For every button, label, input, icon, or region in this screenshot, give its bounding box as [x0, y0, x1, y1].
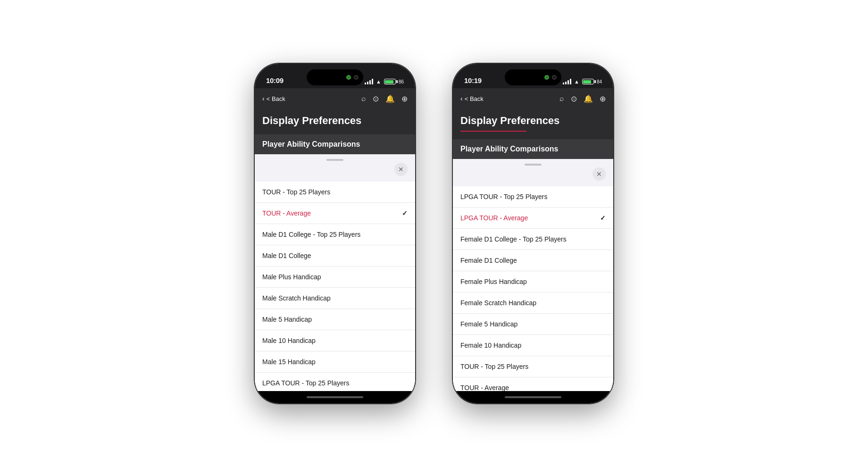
- page-title-2: Display Preferences: [460, 115, 606, 127]
- list-item-p2-9[interactable]: TOUR - Average: [453, 377, 613, 391]
- sensor-dot: [354, 75, 359, 80]
- sheet-list-2: LPGA TOUR - Top 25 PlayersLPGA TOUR - Av…: [453, 186, 613, 391]
- close-button-1[interactable]: ✕: [394, 163, 408, 176]
- list-item-p2-3[interactable]: Female D1 College: [453, 250, 613, 271]
- list-item-1[interactable]: TOUR - Average✓: [255, 203, 415, 224]
- bell-icon-1[interactable]: 🔔: [385, 94, 395, 103]
- list-item-text-9: LPGA TOUR - Top 25 Players: [262, 379, 349, 387]
- wifi-icon-1: ▲: [376, 79, 381, 84]
- status-time-1: 10:09: [266, 76, 284, 84]
- sheet-handle-area-1: ✕: [255, 154, 415, 182]
- list-item-p2-0[interactable]: LPGA TOUR - Top 25 Players: [453, 186, 613, 208]
- page-header-2: Display Preferences: [453, 109, 613, 139]
- back-button-2[interactable]: ‹ < Back: [460, 95, 484, 102]
- camera-dot-2: [544, 75, 549, 80]
- sheet-handle-area-2: ✕: [453, 159, 613, 186]
- screen-1: 10:09 ▲ 86 ‹ < Back ⌕: [255, 64, 415, 403]
- list-item-text-p2-2: Female D1 College - Top 25 Players: [460, 235, 567, 243]
- section-title-1: Player Ability Comparisons: [262, 140, 408, 149]
- battery-1: 86: [384, 79, 404, 84]
- search-icon-1[interactable]: ⌕: [361, 94, 366, 103]
- page-header-1: Display Preferences: [255, 109, 415, 134]
- list-item-text-7: Male 10 Handicap: [262, 337, 316, 344]
- home-bar-2: [505, 396, 561, 398]
- battery-pct-2: 84: [597, 79, 602, 84]
- wifi-icon-2: ▲: [574, 79, 579, 84]
- list-item-p2-2[interactable]: Female D1 College - Top 25 Players: [453, 229, 613, 250]
- list-item-text-5: Male Scratch Handicap: [262, 294, 331, 302]
- signal-icon-1: [365, 79, 373, 84]
- sensor-dot-2: [552, 75, 557, 80]
- person-icon-2[interactable]: ⊙: [571, 94, 577, 103]
- list-item-text-2: Male D1 College - Top 25 Players: [262, 231, 360, 238]
- list-item-text-6: Male 5 Handicap: [262, 316, 312, 323]
- nav-icons-2: ⌕ ⊙ 🔔 ⊕: [559, 94, 606, 103]
- bottom-sheet-1: ✕ TOUR - Top 25 PlayersTOUR - Average✓Ma…: [255, 154, 415, 391]
- battery-level-2: [583, 80, 591, 83]
- search-icon-2[interactable]: ⌕: [559, 94, 564, 103]
- nav-icons-1: ⌕ ⊙ 🔔 ⊕: [361, 94, 408, 103]
- checkmark-1: ✓: [402, 209, 408, 217]
- back-label-2: < Back: [465, 95, 484, 102]
- list-item-7[interactable]: Male 10 Handicap: [255, 330, 415, 351]
- add-icon-1[interactable]: ⊕: [401, 94, 408, 103]
- battery-level-1: [385, 80, 393, 83]
- screen-2: 10:19 ▲ 84 ‹ < Back ⌕: [453, 64, 613, 403]
- list-item-p2-4[interactable]: Female Plus Handicap: [453, 271, 613, 292]
- person-icon-1[interactable]: ⊙: [373, 94, 379, 103]
- back-button-1[interactable]: ‹ < Back: [262, 95, 285, 102]
- sheet-close-row-1: ✕: [255, 161, 415, 178]
- list-item-p2-7[interactable]: Female 10 Handicap: [453, 335, 613, 356]
- nav-bar-2: ‹ < Back ⌕ ⊙ 🔔 ⊕: [453, 88, 613, 109]
- list-item-p2-5[interactable]: Female Scratch Handicap: [453, 292, 613, 314]
- home-bar-1: [307, 396, 363, 398]
- back-chevron-2: ‹: [460, 95, 463, 102]
- list-item-text-1: TOUR - Average: [262, 209, 311, 217]
- list-item-text-p2-5: Female Scratch Handicap: [460, 299, 536, 307]
- back-label-1: < Back: [267, 95, 285, 102]
- list-item-p2-6[interactable]: Female 5 Handicap: [453, 314, 613, 335]
- list-item-p2-8[interactable]: TOUR - Top 25 Players: [453, 356, 613, 377]
- battery-body-2: [582, 79, 594, 84]
- home-indicator-1: [255, 391, 415, 403]
- close-button-2[interactable]: ✕: [593, 167, 606, 181]
- list-item-text-p2-9: TOUR - Average: [460, 384, 509, 391]
- list-item-9[interactable]: LPGA TOUR - Top 25 Players: [255, 373, 415, 391]
- phone-1: 10:09 ▲ 86 ‹ < Back ⌕: [255, 64, 415, 403]
- list-item-6[interactable]: Male 5 Handicap: [255, 309, 415, 330]
- home-indicator-2: [453, 391, 613, 403]
- list-item-text-3: Male D1 College: [262, 252, 311, 259]
- page-title-1: Display Preferences: [262, 115, 408, 127]
- status-icons-2: ▲ 84: [563, 79, 602, 84]
- list-item-3[interactable]: Male D1 College: [255, 245, 415, 267]
- section-header-2: Player Ability Comparisons: [453, 139, 613, 159]
- section-title-2: Player Ability Comparisons: [460, 145, 606, 153]
- add-icon-2[interactable]: ⊕: [600, 94, 606, 103]
- dynamic-island-1: [307, 69, 363, 85]
- status-icons-1: ▲ 86: [365, 79, 404, 84]
- list-item-text-p2-1: LPGA TOUR - Average: [460, 214, 528, 222]
- bell-icon-2[interactable]: 🔔: [584, 94, 593, 103]
- list-item-text-p2-7: Female 10 Handicap: [460, 342, 521, 349]
- list-item-text-p2-8: TOUR - Top 25 Players: [460, 363, 528, 370]
- list-item-8[interactable]: Male 15 Handicap: [255, 351, 415, 373]
- list-item-text-p2-3: Female D1 College: [460, 257, 517, 264]
- list-item-5[interactable]: Male Scratch Handicap: [255, 288, 415, 309]
- back-chevron-1: ‹: [262, 95, 265, 102]
- signal-icon-2: [563, 79, 571, 84]
- list-item-2[interactable]: Male D1 College - Top 25 Players: [255, 224, 415, 245]
- sheet-close-row-2: ✕: [453, 166, 613, 183]
- checkmark-p2-1: ✓: [600, 214, 606, 222]
- list-item-0[interactable]: TOUR - Top 25 Players: [255, 182, 415, 203]
- section-header-1: Player Ability Comparisons: [255, 134, 415, 154]
- sheet-list-1: TOUR - Top 25 PlayersTOUR - Average✓Male…: [255, 182, 415, 391]
- battery-2: 84: [582, 79, 602, 84]
- list-item-text-0: TOUR - Top 25 Players: [262, 188, 330, 196]
- bottom-sheet-2: ✕ LPGA TOUR - Top 25 PlayersLPGA TOUR - …: [453, 159, 613, 391]
- list-item-p2-1[interactable]: LPGA TOUR - Average✓: [453, 208, 613, 229]
- tab-underline-2: [460, 131, 526, 132]
- list-item-4[interactable]: Male Plus Handicap: [255, 267, 415, 288]
- nav-bar-1: ‹ < Back ⌕ ⊙ 🔔 ⊕: [255, 88, 415, 109]
- camera-dot: [346, 75, 351, 80]
- list-item-text-4: Male Plus Handicap: [262, 273, 321, 281]
